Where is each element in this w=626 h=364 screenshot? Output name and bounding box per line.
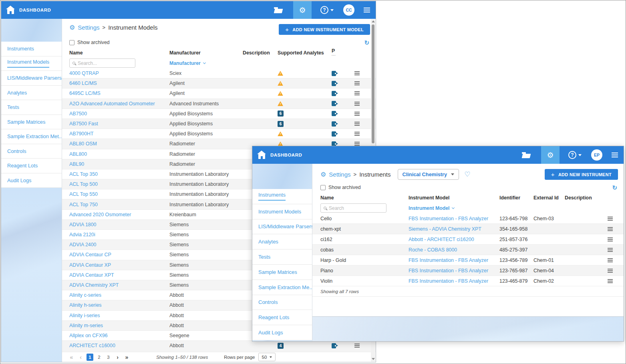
- help-menu[interactable]: ?: [320, 6, 334, 14]
- sidebar-item[interactable]: Sample Matrices: [252, 265, 312, 280]
- sidebar-item[interactable]: Instruments: [252, 189, 312, 204]
- breadcrumb-settings-link[interactable]: Settings: [329, 171, 350, 178]
- page-3-button[interactable]: 3: [105, 354, 112, 361]
- projects-folder-icon[interactable]: [274, 7, 282, 13]
- name-search[interactable]: [320, 203, 386, 213]
- instrument-model-link[interactable]: ADVIA Centaur XPT: [69, 272, 114, 278]
- table-row[interactable]: A2O Advanced Automated Osmometer Advance…: [62, 99, 376, 109]
- refresh-icon[interactable]: ↻: [364, 40, 369, 46]
- first-page-button[interactable]: «: [68, 354, 75, 361]
- sidebar-item[interactable]: Controls: [1, 144, 62, 159]
- user-avatar[interactable]: CC: [343, 4, 354, 16]
- row-menu-icon[interactable]: [354, 132, 360, 136]
- table-row[interactable]: Cello FBS Instrumentation - FBS Analyzer…: [312, 213, 624, 224]
- row-menu-icon[interactable]: [354, 91, 360, 95]
- name-search-input[interactable]: [78, 60, 132, 66]
- sidebar-item[interactable]: Reagent Lots: [1, 159, 62, 173]
- next-page-button[interactable]: ›: [114, 354, 121, 361]
- row-menu-icon[interactable]: [608, 227, 613, 231]
- instrument-model-link[interactable]: 6460 LC/MS: [69, 80, 97, 86]
- menu-icon[interactable]: [612, 153, 618, 157]
- instrument-model-link[interactable]: Alinity i-series: [69, 313, 100, 318]
- sidebar-item[interactable]: Sample Extraction Me...: [252, 280, 312, 295]
- export-icon[interactable]: [332, 343, 336, 348]
- instrument-model-link[interactable]: Allplex on CFX96: [69, 333, 108, 338]
- row-menu-icon[interactable]: [608, 217, 613, 221]
- scroll-down-arrow[interactable]: [372, 358, 375, 360]
- row-menu-icon[interactable]: [354, 81, 360, 85]
- sidebar-item[interactable]: Analytes: [1, 86, 62, 101]
- show-archived-checkbox[interactable]: [320, 185, 326, 190]
- instrument-model-link[interactable]: Advanced 2020 Osmometer: [69, 212, 131, 217]
- scrollbar-thumb[interactable]: [372, 24, 374, 143]
- table-row[interactable]: AB7500 Fast Applied Biosystems 6: [62, 119, 376, 129]
- show-archived-toggle[interactable]: Show archived: [69, 40, 110, 45]
- sidebar-item[interactable]: Analytes: [252, 234, 312, 249]
- sidebar-item[interactable]: Tests: [252, 249, 312, 265]
- instrument-model-link[interactable]: Roche - COBAS 8000: [409, 247, 457, 253]
- instrument-model-link[interactable]: ADVIA Chemistry XPT: [69, 282, 119, 288]
- home-button[interactable]: DASHBOARD: [1, 6, 51, 14]
- favorite-heart-icon[interactable]: ♡: [464, 171, 470, 178]
- projects-folder-icon[interactable]: [522, 152, 530, 158]
- instrument-model-link[interactable]: ABL90: [69, 161, 84, 167]
- sidebar-item[interactable]: Audit Logs: [1, 173, 62, 188]
- table-row[interactable]: Piano FBS Instrumentation - FBS Analyzer…: [312, 265, 624, 276]
- table-row[interactable]: 6495C LC/MS Agilent: [62, 88, 376, 99]
- row-menu-icon[interactable]: [608, 248, 613, 252]
- table-row[interactable]: Harp - Gold FBS Instrumentation - FBS An…: [312, 255, 624, 265]
- settings-tab-active[interactable]: ⚙: [293, 1, 312, 19]
- prev-page-button[interactable]: ‹: [77, 354, 84, 361]
- row-menu-icon[interactable]: [608, 237, 613, 241]
- sidebar-item[interactable]: Sample Matrices: [1, 115, 62, 130]
- instrument-model-link[interactable]: ARCHITECT c16000: [69, 343, 115, 348]
- instrument-model-link[interactable]: ACL Top 350: [69, 171, 98, 177]
- instrument-model-link[interactable]: ADVIA Centaur CP: [69, 252, 111, 257]
- sidebar-item[interactable]: Instrument Models: [1, 56, 62, 71]
- table-row[interactable]: Violin FBS Instrumentation - FBS Analyze…: [312, 276, 624, 286]
- row-menu-icon[interactable]: [354, 112, 360, 116]
- instrument-model-link[interactable]: ABL80 OSM: [69, 141, 97, 147]
- sidebar-item[interactable]: Sample Extraction Met...: [1, 129, 62, 144]
- row-menu-icon[interactable]: [354, 71, 360, 75]
- instrument-model-link[interactable]: FBS Instrumentation - FBS Analyzer: [409, 257, 488, 263]
- export-icon[interactable]: [332, 91, 336, 96]
- sidebar-item[interactable]: Instruments: [1, 42, 62, 56]
- add-instrument-button[interactable]: + ADD NEW INSTRUMENT: [545, 169, 618, 180]
- sidebar-item[interactable]: Audit Logs: [252, 325, 312, 340]
- row-menu-icon[interactable]: [354, 142, 360, 146]
- menu-icon[interactable]: [364, 8, 370, 12]
- instrument-model-link[interactable]: ACL Top 550: [69, 191, 98, 197]
- table-row[interactable]: ARCHITECT c16000 Abbott 4: [62, 341, 376, 351]
- instrument-model-link[interactable]: ABL800: [69, 151, 87, 157]
- instrument-model-link[interactable]: FBS Instrumentation - FBS Analyzer: [409, 216, 488, 221]
- add-instrument-model-button[interactable]: + ADD NEW INSTRUMENT MODEL: [279, 24, 370, 35]
- sidebar-item[interactable]: Reagent Lots: [252, 310, 312, 325]
- row-menu-icon[interactable]: [354, 344, 360, 348]
- row-menu-icon[interactable]: [608, 279, 613, 283]
- last-page-button[interactable]: »: [123, 354, 130, 361]
- instrument-model-link[interactable]: Abbott - ARCHITECT ci16200: [409, 237, 474, 242]
- sidebar-item[interactable]: LIS/Middleware Parsers: [252, 219, 312, 235]
- refresh-icon[interactable]: ↻: [612, 185, 617, 191]
- instrument-model-link[interactable]: ACL Top 500: [69, 181, 98, 187]
- instrument-model-link[interactable]: FBS Instrumentation - FBS Analyzer: [409, 268, 488, 274]
- rows-per-page-select[interactable]: 50: [258, 353, 276, 361]
- page-1-button[interactable]: 1: [87, 354, 93, 361]
- row-menu-icon[interactable]: [608, 258, 613, 262]
- instrument-model-link[interactable]: AB7500 Fast: [69, 121, 98, 127]
- instrument-model-link[interactable]: ADVIA 1800: [69, 222, 97, 227]
- instrument-model-link[interactable]: Alinity c-series: [69, 292, 101, 298]
- instrument-model-filter[interactable]: Instrument Model: [409, 205, 499, 211]
- sidebar-item[interactable]: Controls: [252, 295, 312, 310]
- export-icon[interactable]: [332, 121, 336, 127]
- instrument-model-link[interactable]: Alinity h-series: [69, 302, 102, 308]
- user-avatar[interactable]: EP: [591, 149, 602, 161]
- show-archived-checkbox[interactable]: [69, 40, 74, 45]
- page-2-button[interactable]: 2: [96, 354, 103, 361]
- help-menu[interactable]: ?: [568, 151, 582, 159]
- name-search-input[interactable]: [329, 205, 383, 211]
- table-row[interactable]: 4000 QTRAP Sciex: [62, 68, 376, 78]
- instrument-model-link[interactable]: A2O Advanced Automated Osmometer: [69, 101, 155, 107]
- table-row[interactable]: chem-xpt Siemens - ADVIA Chemistry XPT 3…: [312, 224, 624, 234]
